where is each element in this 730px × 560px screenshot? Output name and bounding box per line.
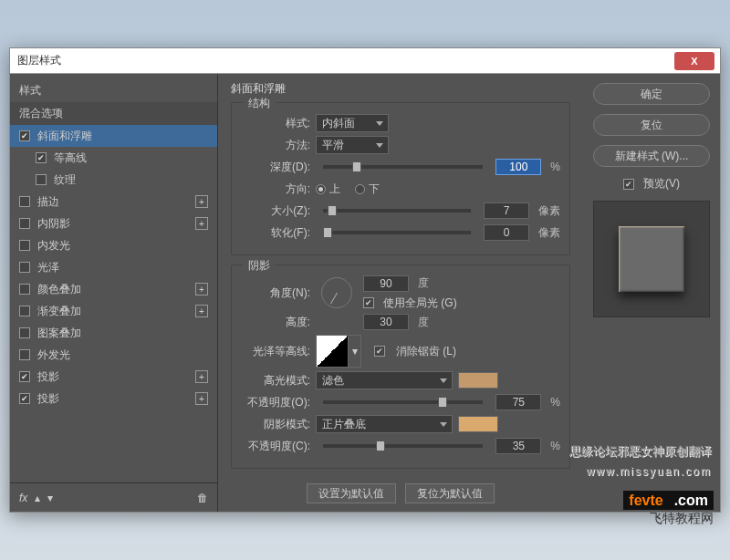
move-down-icon[interactable]: ▾ — [47, 492, 53, 504]
shading-legend: 阴影 — [243, 258, 276, 274]
shadow-mode-label: 阴影模式: — [241, 417, 310, 432]
window-title: 图层样式 — [17, 53, 61, 68]
antialias-label: 消除锯齿 (L) — [396, 344, 456, 359]
style-item-5[interactable]: 内发光 — [10, 234, 217, 256]
style-label: 纹理 — [54, 172, 76, 188]
add-effect-icon[interactable]: + — [195, 370, 208, 383]
style-item-4[interactable]: 内阴影+ — [10, 213, 217, 234]
structure-group: 结构 样式: 内斜面 方法: 平滑 深度(D): 100 % 方向: 上 — [231, 102, 570, 255]
add-effect-icon[interactable]: + — [195, 305, 208, 317]
style-checkbox[interactable] — [19, 262, 30, 273]
shading-group: 阴影 角度(N): 90 度 使用全局光 (G) — [231, 264, 570, 469]
style-item-2[interactable]: 纹理 — [10, 169, 217, 191]
move-up-icon[interactable]: ▴ — [35, 492, 40, 504]
gloss-dropdown-icon[interactable]: ▾ — [349, 335, 361, 368]
styles-panel: 样式 混合选项 斜面和浮雕等高线纹理描边+内阴影+内发光光泽颜色叠加+渐变叠加+… — [10, 74, 218, 512]
shadow-opacity-input[interactable]: 35 — [495, 438, 541, 454]
style-checkbox[interactable] — [36, 152, 47, 163]
reset-default-button[interactable]: 复位为默认值 — [405, 483, 495, 503]
ok-button[interactable]: 确定 — [593, 83, 710, 105]
structure-legend: 结构 — [243, 96, 276, 111]
depth-slider[interactable] — [323, 165, 483, 169]
style-label: 内发光 — [37, 238, 70, 254]
style-checkbox[interactable] — [19, 130, 30, 141]
highlight-color-swatch[interactable] — [458, 372, 498, 389]
angle-label: 角度(N): — [241, 285, 310, 301]
style-label: 投影 — [37, 391, 59, 407]
style-checkbox[interactable] — [19, 306, 30, 316]
logo: fevte.com 飞特教程网 — [623, 493, 714, 527]
shadow-opacity-label: 不透明度(C): — [241, 439, 310, 454]
gloss-contour-picker[interactable] — [316, 335, 349, 368]
styles-footer: fx ▴ ▾ 🗑 — [10, 482, 217, 512]
gloss-contour-label: 光泽等高线: — [241, 344, 310, 359]
altitude-input[interactable]: 30 — [363, 314, 409, 330]
add-effect-icon[interactable]: + — [195, 217, 208, 230]
highlight-opacity-input[interactable]: 75 — [495, 394, 541, 410]
highlight-opacity-slider[interactable] — [323, 400, 483, 404]
style-label: 颜色叠加 — [37, 282, 81, 297]
style-checkbox[interactable] — [19, 349, 30, 360]
trash-icon[interactable]: 🗑 — [197, 492, 208, 504]
style-checkbox[interactable] — [19, 284, 30, 295]
titlebar: 图层样式 X — [10, 48, 720, 74]
depth-unit: % — [550, 161, 560, 173]
settings-panel: 斜面和浮雕 结构 样式: 内斜面 方法: 平滑 深度(D): 100 % — [218, 74, 583, 512]
style-item-1[interactable]: 等高线 — [10, 147, 217, 169]
antialias-checkbox[interactable] — [374, 346, 385, 357]
preview-swatch — [619, 226, 684, 292]
preview-label: 预览(V) — [643, 176, 680, 192]
highlight-opacity-label: 不透明度(O): — [241, 395, 310, 410]
style-checkbox[interactable] — [19, 240, 30, 251]
shadow-opacity-slider[interactable] — [323, 444, 483, 448]
style-checkbox[interactable] — [19, 327, 30, 338]
shadow-mode-select[interactable]: 正片叠底 — [316, 415, 453, 433]
close-button[interactable]: X — [674, 52, 714, 70]
highlight-mode-select[interactable]: 滤色 — [316, 371, 453, 389]
style-checkbox[interactable] — [19, 393, 30, 404]
technique-select[interactable]: 平滑 — [316, 136, 389, 154]
style-label: 描边 — [37, 194, 59, 210]
angle-input[interactable]: 90 — [363, 275, 409, 292]
soften-input[interactable]: 0 — [484, 224, 529, 241]
style-item-10[interactable]: 外发光 — [10, 344, 217, 366]
new-style-button[interactable]: 新建样式 (W)... — [593, 145, 710, 167]
make-default-button[interactable]: 设置为默认值 — [307, 483, 396, 503]
cancel-button[interactable]: 复位 — [593, 114, 710, 136]
style-checkbox[interactable] — [36, 174, 47, 185]
style-label: 样式: — [241, 116, 310, 131]
default-buttons: 设置为默认值 复位为默认值 — [231, 483, 570, 503]
depth-input[interactable]: 100 — [495, 159, 541, 175]
size-input[interactable]: 7 — [484, 202, 529, 219]
style-item-3[interactable]: 描边+ — [10, 191, 217, 213]
style-item-6[interactable]: 光泽 — [10, 256, 217, 278]
style-item-12[interactable]: 投影+ — [10, 388, 217, 410]
blend-options[interactable]: 混合选项 — [10, 102, 217, 125]
preview-checkbox[interactable] — [623, 179, 634, 190]
style-checkbox[interactable] — [19, 371, 30, 382]
size-label: 大小(Z): — [241, 203, 310, 219]
direction-up-radio[interactable]: 上 — [316, 181, 340, 197]
angle-dial[interactable] — [321, 277, 352, 308]
style-item-0[interactable]: 斜面和浮雕 — [10, 125, 217, 147]
style-item-9[interactable]: 图案叠加 — [10, 322, 217, 344]
shadow-color-swatch[interactable] — [458, 416, 498, 432]
style-select[interactable]: 内斜面 — [316, 114, 389, 132]
style-label: 光泽 — [37, 260, 59, 275]
size-slider[interactable] — [323, 209, 471, 213]
style-label: 斜面和浮雕 — [37, 129, 92, 144]
add-effect-icon[interactable]: + — [195, 392, 208, 405]
style-label: 图案叠加 — [37, 326, 81, 341]
style-item-7[interactable]: 颜色叠加+ — [10, 278, 217, 300]
add-effect-icon[interactable]: + — [195, 283, 208, 296]
style-item-8[interactable]: 渐变叠加+ — [10, 300, 217, 322]
watermark-text: 思缘论坛邪恶女神原创翻译 — [569, 443, 712, 460]
fx-menu[interactable]: fx — [19, 492, 27, 504]
style-checkbox[interactable] — [19, 218, 30, 229]
global-light-checkbox[interactable] — [363, 297, 374, 308]
style-item-11[interactable]: 投影+ — [10, 366, 217, 388]
style-checkbox[interactable] — [19, 196, 30, 207]
direction-down-radio[interactable]: 下 — [355, 181, 380, 197]
add-effect-icon[interactable]: + — [195, 195, 208, 208]
soften-slider[interactable] — [323, 231, 471, 234]
